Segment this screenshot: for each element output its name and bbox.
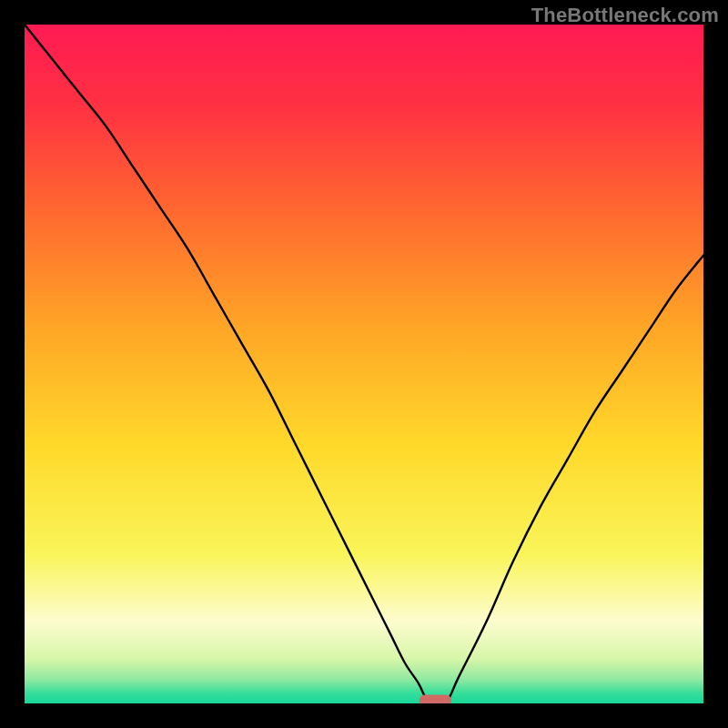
watermark-text: TheBottleneck.com	[531, 4, 719, 27]
chart-frame: TheBottleneck.com	[0, 0, 728, 728]
optimum-marker	[420, 695, 451, 703]
plot-svg	[25, 25, 703, 703]
gradient-background	[25, 25, 703, 703]
plot-area	[25, 25, 703, 703]
